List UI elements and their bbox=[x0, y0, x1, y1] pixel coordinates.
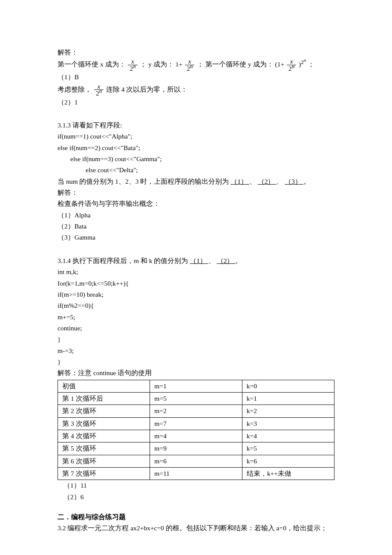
table-row: 第 7 次循环m=11结束，k++未做 bbox=[58, 468, 334, 480]
table-row: 第 5 次循环m=9k=5 bbox=[58, 442, 334, 455]
text: 当 num 的值分别为 1、2、3 时，上面程序段的输出分别为 bbox=[58, 178, 229, 185]
code-line: continue; bbox=[58, 323, 334, 334]
q314-title: 3.1.4 执行下面程序段后，m 和 k 的值分别为 （1） 、 （2） 。 bbox=[58, 255, 334, 266]
answer-bata: （2）Bata bbox=[58, 221, 334, 232]
text: 考虑整除， bbox=[58, 85, 92, 92]
table-cell: 第 5 次循环 bbox=[58, 442, 150, 455]
answer-1b: （1）B bbox=[58, 72, 334, 83]
table-row: 第 6 次循环m=6k=6 bbox=[58, 455, 334, 467]
code-line: if(m>=10) break; bbox=[58, 289, 334, 300]
table-cell: m=9 bbox=[150, 442, 242, 455]
loop-expr-line: 第一个循环使 x 成为： x 2n ； y 成为： 1+ x 2n ； 第一个循… bbox=[58, 58, 334, 72]
table-row: 初值m=1k=0 bbox=[58, 380, 334, 392]
text: (1+ bbox=[275, 61, 285, 68]
table-cell: 第 6 次循环 bbox=[58, 455, 150, 467]
table-cell: 结束，k++未做 bbox=[242, 468, 334, 480]
answer-label: 解答： bbox=[58, 187, 334, 198]
text: ； bbox=[308, 61, 314, 68]
sep: 、 bbox=[208, 257, 217, 264]
code-line: } bbox=[58, 356, 334, 367]
answer-gamma: （3）Gamma bbox=[58, 232, 334, 243]
consider-line: 考虑整除， x 2n 连除 4 次以后为零，所以： bbox=[58, 83, 334, 97]
answer-note: 解答：注意 continue 语句的使用 bbox=[58, 367, 334, 379]
denominator: 2n bbox=[94, 90, 104, 97]
table-cell: k=4 bbox=[242, 430, 334, 442]
table-cell: m=11 bbox=[150, 468, 242, 480]
code-line: } bbox=[58, 334, 334, 345]
text: ； y 成为： bbox=[140, 61, 174, 68]
sep: 、 bbox=[249, 178, 256, 185]
answer-2-1: （2）1 bbox=[58, 97, 334, 108]
answer-11: （1）11 bbox=[58, 480, 334, 491]
answer-6: （2）6 bbox=[58, 491, 334, 503]
table-cell: m=5 bbox=[150, 392, 242, 405]
table-cell: k=6 bbox=[242, 455, 334, 467]
code-line: m+=5; bbox=[58, 312, 334, 323]
answer-alpha: （1）Alpha bbox=[58, 210, 334, 221]
code-line: else if(num==2) cout<<"Bata"; bbox=[58, 142, 334, 153]
table-cell: m=7 bbox=[150, 417, 242, 430]
fraction-x-over-2n: x 2n bbox=[127, 58, 138, 72]
blank-2: （2） bbox=[217, 257, 236, 264]
table-cell: k=5 bbox=[242, 442, 334, 455]
q32-text: 3.2 编程求一元二次方程 ax2+bx+c=0 的根。包括以下判断和结果：若输… bbox=[58, 523, 334, 534]
concept-line: 检查条件语句与字符串输出概念： bbox=[58, 198, 334, 209]
q313-question: 当 num 的值分别为 1、2、3 时，上面程序段的输出分别为 （1） 、 （2… bbox=[58, 176, 334, 187]
trace-table: 初值m=1k=0第 1 次循环后m=5k=1第 2 次循环m=2k=2第 3 次… bbox=[58, 380, 334, 480]
table-cell: 初值 bbox=[58, 380, 150, 392]
sep: 、 bbox=[276, 178, 283, 185]
text: 。 bbox=[303, 178, 310, 185]
blank-1: （1） bbox=[190, 257, 208, 264]
fraction-x-over-2n: x 2n bbox=[184, 58, 195, 72]
denominator: 2n bbox=[185, 65, 194, 72]
code-line: else cout<<"Delta"; bbox=[58, 165, 334, 176]
text: 第一个循环使 x 成为： bbox=[58, 61, 126, 68]
table-cell: m=6 bbox=[150, 455, 242, 467]
text: ； 第一个循环使 y 成为： bbox=[197, 61, 273, 68]
table-row: 第 4 次循环m=4k=4 bbox=[58, 430, 334, 442]
blank-1: （1） bbox=[231, 178, 249, 185]
text: 连除 4 次以后为零，所以： bbox=[106, 85, 188, 92]
fraction-x-over-2n: x 2n bbox=[93, 83, 104, 97]
code-line: m-=3; bbox=[58, 345, 334, 356]
table-cell: k=1 bbox=[242, 392, 334, 405]
table-cell: 第 3 次循环 bbox=[58, 417, 150, 430]
text: 1+ bbox=[176, 61, 183, 68]
answer-label: 解答： bbox=[58, 47, 334, 58]
table-cell: m=2 bbox=[150, 405, 242, 417]
table-cell: 第 4 次循环 bbox=[58, 430, 150, 442]
blank-2: （2） bbox=[258, 178, 277, 185]
table-cell: 第 1 次循环后 bbox=[58, 392, 150, 405]
table-row: 第 2 次循环m=2k=2 bbox=[58, 405, 334, 417]
blank-3: （3） bbox=[285, 178, 303, 185]
fraction-x-over-2n: x 2n bbox=[286, 58, 297, 72]
code-line: if(num==1) cout<<"Alpha"; bbox=[58, 131, 334, 142]
table-cell: 第 7 次循环 bbox=[58, 468, 150, 480]
code-line: if(m%2==0){ bbox=[58, 300, 334, 311]
table-row: 第 1 次循环后m=5k=1 bbox=[58, 392, 334, 405]
table-cell: k=0 bbox=[242, 380, 334, 392]
text: 3.1.4 执行下面程序段后，m 和 k 的值分别为 bbox=[58, 257, 188, 264]
table-cell: k=2 bbox=[242, 405, 334, 417]
table-cell: m=1 bbox=[150, 380, 242, 392]
text: 。 bbox=[235, 257, 242, 264]
code-line: else if(num==3) cout<<"Gamma"; bbox=[58, 153, 334, 165]
denominator: 2n bbox=[128, 65, 137, 72]
section-heading: 二．编程与综合练习题 bbox=[58, 511, 334, 523]
denominator: 2n bbox=[287, 65, 296, 72]
code-line: int m,k; bbox=[58, 266, 334, 278]
table-cell: m=4 bbox=[150, 430, 242, 442]
q313-title: 3.1.3 请看如下程序段: bbox=[58, 120, 334, 131]
table-cell: k=3 bbox=[242, 417, 334, 430]
code-line: for(k=1,m=0;k<=50;k++){ bbox=[58, 278, 334, 289]
table-cell: 第 2 次循环 bbox=[58, 405, 150, 417]
table-row: 第 3 次循环m=7k=3 bbox=[58, 417, 334, 430]
